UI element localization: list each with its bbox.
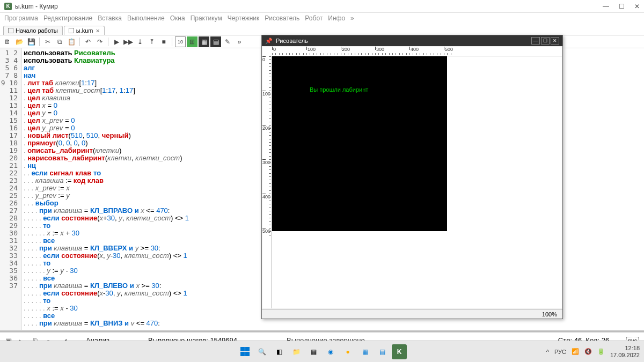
cut-button[interactable]: ✂	[42, 36, 53, 47]
run-fast-button[interactable]: ▶▶	[123, 36, 134, 47]
windows-taskbar: 🔍 ◧ 📁 ▦ ◉ ● ▦ ▤ K ^ РУС 📶 🔇 🔋 12:18 17.0…	[0, 341, 644, 362]
canvas-viewport[interactable]: Вы прошли лабиринт	[272, 56, 562, 308]
menu-0[interactable]: Программа	[4, 14, 38, 22]
close-button[interactable]: ✕	[634, 3, 640, 10]
actor4-button[interactable]: ✎	[222, 36, 233, 47]
painter-minimize-button[interactable]: —	[531, 37, 540, 45]
step-into-button[interactable]: ⤒	[147, 36, 157, 47]
zoom-label: 100%	[542, 311, 557, 317]
tab-label: ы.kum	[76, 27, 93, 34]
line-gutter: 1 2 3 4 5 6 7 8 9 10 11 12 13 14 15 16 1…	[0, 48, 21, 330]
notes-button[interactable]: ▤	[375, 344, 390, 359]
maximize-button[interactable]: ☐	[619, 3, 625, 10]
doc-icon	[69, 28, 74, 33]
volume-icon[interactable]: 🔇	[584, 348, 592, 355]
kumir-taskbar-button[interactable]: K	[392, 344, 407, 359]
canvas: Вы прошли лабиринт	[272, 56, 447, 231]
menu-8[interactable]: Робот	[305, 14, 323, 22]
painter-window[interactable]: 📌 Рисователь — ☐ ✕ 0100200300400500 0100…	[261, 35, 563, 319]
menu-1[interactable]: Редактирование	[43, 14, 92, 22]
tray-time: 12:18	[610, 345, 640, 352]
more-button[interactable]: »	[234, 36, 245, 47]
wifi-icon[interactable]: 📶	[572, 348, 579, 355]
menu-7[interactable]: Рисователь	[265, 14, 299, 22]
copy-button[interactable]: ⧉	[54, 36, 65, 47]
tray-clock[interactable]: 12:18 17.09.2022	[610, 345, 640, 359]
app1-button[interactable]: ●	[340, 344, 355, 359]
actor1-button[interactable]: ⊞	[187, 36, 197, 47]
menu-10[interactable]: »	[350, 14, 354, 22]
canvas-message: Вы прошли лабиринт	[310, 86, 368, 93]
tab-close-icon[interactable]: ✕	[96, 28, 100, 34]
menu-5[interactable]: Практикум	[191, 14, 222, 22]
menu-2[interactable]: Вставка	[98, 14, 122, 22]
open-file-button[interactable]: 📂	[14, 36, 25, 47]
tray-date: 17.09.2022	[610, 352, 640, 359]
doc-icon	[8, 28, 13, 33]
battery-icon[interactable]: 🔋	[597, 348, 605, 355]
calc-button[interactable]: ▦	[357, 344, 372, 359]
menu-4[interactable]: Окна	[170, 14, 185, 22]
painter-titlebar[interactable]: 📌 Рисователь — ☐ ✕	[262, 35, 562, 46]
menu-6[interactable]: Чертежник	[228, 14, 260, 22]
actor2-button[interactable]: ▦	[199, 36, 209, 47]
painter-maximize-button[interactable]: ☐	[541, 37, 550, 45]
code-line: . . . . при клавиша = КЛ_ВНИЗ и v <= 470…	[24, 320, 642, 327]
minimize-button[interactable]: —	[603, 3, 609, 10]
explorer-button[interactable]: 📁	[289, 344, 304, 359]
app-icon: K	[4, 3, 12, 10]
horizontal-ruler: 0100200300400500	[272, 47, 562, 56]
titlebar: K ы.kum - Кумир — ☐ ✕	[0, 0, 644, 13]
menubar: ПрограммаРедактированиеВставкаВыполнение…	[0, 13, 644, 24]
pin-icon[interactable]: 📌	[265, 38, 273, 45]
redo-button[interactable]: ↷	[94, 36, 105, 47]
save-button[interactable]: 💾	[26, 36, 36, 47]
edge-button[interactable]: ◉	[323, 344, 338, 359]
painter-statusbar: 100%	[262, 309, 562, 319]
tab-label: Начало работы	[16, 27, 58, 34]
tab-1[interactable]: ы.kum✕	[64, 26, 105, 35]
run-button[interactable]: ▶	[111, 36, 122, 47]
paste-button[interactable]: 📋	[66, 36, 77, 47]
vertical-ruler: 0100200300400500	[262, 56, 272, 308]
tab-0[interactable]: Начало работы	[3, 26, 63, 35]
tray-chevron-icon[interactable]: ^	[546, 349, 549, 355]
actor3-button[interactable]: ▤	[210, 36, 221, 47]
step-button[interactable]: ⤓	[135, 36, 145, 47]
menu-9[interactable]: Инфо	[328, 14, 345, 22]
window-title: ы.kum - Кумир	[15, 3, 58, 10]
search-button[interactable]: 🔍	[254, 344, 269, 359]
tray-lang[interactable]: РУС	[554, 349, 566, 355]
grid-button[interactable]: 10	[175, 36, 186, 47]
widgets-button[interactable]: ▦	[306, 344, 321, 359]
undo-button[interactable]: ↶	[83, 36, 93, 47]
painter-title: Рисователь	[276, 38, 308, 44]
start-button[interactable]	[237, 344, 252, 359]
new-file-button[interactable]: 🗎	[2, 36, 13, 47]
menu-3[interactable]: Выполнение	[127, 14, 165, 22]
stop-button[interactable]: ■	[158, 36, 169, 47]
tabstrip: Начало работыы.kum✕	[0, 24, 644, 35]
painter-close-button[interactable]: ✕	[551, 37, 559, 45]
painter-body: 0100200300400500 0100200300400500 Вы про…	[262, 47, 562, 308]
taskview-button[interactable]: ◧	[272, 344, 287, 359]
